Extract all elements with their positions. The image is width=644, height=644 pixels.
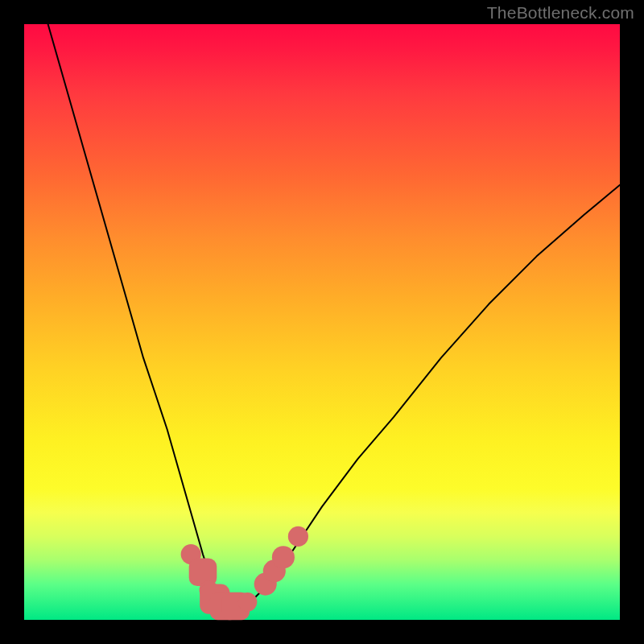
plot-area: [24, 24, 620, 620]
chart-frame: TheBottleneck.com: [0, 0, 644, 644]
curve-layer: [48, 24, 620, 608]
marker-dot: [288, 526, 308, 547]
marker-dot: [272, 546, 295, 568]
marker-layer: [181, 526, 308, 620]
bottleneck-curve: [48, 24, 620, 608]
chart-svg: [24, 24, 620, 620]
watermark-text: TheBottleneck.com: [487, 3, 634, 23]
marker-dot: [238, 592, 258, 612]
